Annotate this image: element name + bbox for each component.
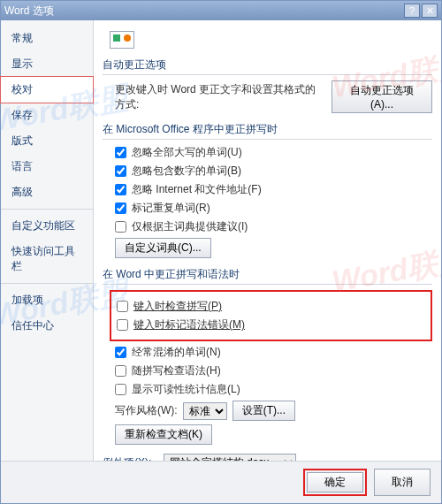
sidebar-item-trust[interactable]: 信任中心 — [1, 313, 93, 339]
sidebar-separator — [1, 283, 93, 284]
sidebar-item-display[interactable]: 显示 — [1, 51, 93, 77]
highlight-spelling-grammar: 键入时检查拼写(P) 键入时标记语法错误(M) — [110, 290, 432, 341]
checkbox-check-spelling[interactable] — [117, 301, 128, 312]
sidebar-item-proofing[interactable]: 校对 — [0, 76, 94, 103]
sidebar-item-advanced[interactable]: 高级 — [1, 179, 93, 205]
label-main-dict-only: 仅根据主词典提供建议(I) — [132, 219, 248, 234]
section-exceptions-header: 例外项(X): 网站金字塔结构.docx — [103, 454, 432, 461]
autocorrect-text: 更改键入时 Word 更正文字和设置其格式的方式: — [115, 82, 326, 112]
main-panel: 自动更正选项 更改键入时 Word 更正文字和设置其格式的方式: 自动更正选项(… — [94, 20, 441, 461]
label-mark-grammar: 键入时标记语法错误(M) — [133, 317, 245, 332]
section-autocorrect-header: 自动更正选项 — [103, 57, 432, 75]
checkbox-readability[interactable] — [115, 384, 126, 395]
dialog-body: 常规 显示 校对 保存 版式 语言 高级 自定义功能区 快速访问工具栏 加载项 … — [1, 20, 441, 461]
label-confused-words: 经常混淆的单词(N) — [132, 345, 221, 360]
autocorrect-options-button[interactable]: 自动更正选项(A)... — [332, 80, 432, 113]
window-controls: ? ✕ — [404, 4, 438, 18]
checkbox-confused-words[interactable] — [115, 347, 126, 358]
dialog-buttons: 确定 取消 — [1, 461, 441, 503]
checkbox-mark-grammar[interactable] — [117, 319, 128, 331]
titlebar: Word 选项 ? ✕ — [1, 1, 441, 20]
checkbox-flag-repeated[interactable] — [115, 202, 126, 214]
checkbox-ignore-numbers[interactable] — [115, 165, 126, 177]
highlight-ok: 确定 — [303, 469, 367, 496]
sidebar-item-layout[interactable]: 版式 — [1, 128, 93, 154]
label-flag-repeated: 标记重复单词(R) — [132, 201, 210, 216]
sidebar-item-language[interactable]: 语言 — [1, 154, 93, 179]
sidebar-item-qat[interactable]: 快速访问工具栏 — [1, 239, 93, 279]
label-grammar-with-spelling: 随拼写检查语法(H) — [132, 363, 221, 378]
section-word-header: 在 Word 中更正拼写和语法时 — [103, 267, 432, 285]
writing-style-select[interactable]: 标准 — [183, 402, 227, 420]
label-ignore-uppercase: 忽略全部大写的单词(U) — [132, 145, 242, 160]
close-button[interactable]: ✕ — [422, 4, 438, 18]
label-ignore-internet: 忽略 Internet 和文件地址(F) — [132, 182, 262, 197]
recheck-document-button[interactable]: 重新检查文档(K) — [115, 424, 212, 445]
section-office-header: 在 Microsoft Office 程序中更正拼写时 — [103, 122, 432, 140]
checkbox-main-dict-only[interactable] — [115, 221, 126, 233]
ok-button[interactable]: 确定 — [307, 472, 363, 493]
label-check-spelling: 键入时检查拼写(P) — [133, 299, 222, 314]
sidebar-item-save[interactable]: 保存 — [1, 103, 93, 128]
writing-style-label: 写作风格(W): — [115, 403, 178, 418]
word-options-dialog: Word 选项 ? ✕ 常规 显示 校对 保存 版式 语言 高级 自定义功能区 … — [0, 0, 442, 504]
exceptions-label: 例外项(X): — [103, 456, 151, 461]
help-button[interactable]: ? — [404, 4, 420, 18]
label-ignore-numbers: 忽略包含数字的单词(B) — [132, 164, 241, 179]
window-title: Word 选项 — [4, 4, 54, 19]
exceptions-doc-select[interactable]: 网站金字塔结构.docx — [164, 454, 296, 461]
cancel-button[interactable]: 取消 — [374, 469, 431, 496]
sidebar: 常规 显示 校对 保存 版式 语言 高级 自定义功能区 快速访问工具栏 加载项 … — [1, 20, 94, 461]
custom-dictionaries-button[interactable]: 自定义词典(C)... — [115, 238, 211, 258]
writing-style-settings-button[interactable]: 设置(T)... — [232, 401, 295, 421]
sidebar-separator — [1, 209, 93, 210]
sidebar-item-general[interactable]: 常规 — [1, 26, 93, 51]
proofing-icon — [110, 31, 134, 49]
checkbox-ignore-uppercase[interactable] — [115, 147, 126, 158]
checkbox-ignore-internet[interactable] — [115, 184, 126, 195]
sidebar-item-customize-ribbon[interactable]: 自定义功能区 — [1, 213, 93, 239]
checkbox-grammar-with-spelling[interactable] — [115, 365, 126, 377]
label-readability: 显示可读性统计信息(L) — [132, 382, 240, 397]
sidebar-item-addins[interactable]: 加载项 — [1, 287, 93, 313]
